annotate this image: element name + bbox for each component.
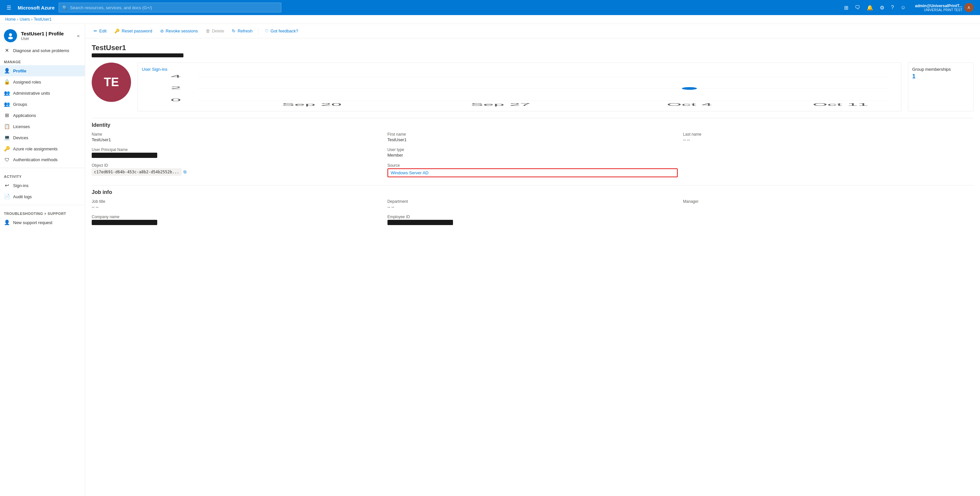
toolbar-divider — [258, 28, 259, 34]
delete-button[interactable]: 🗑 Delete — [202, 27, 228, 35]
feedback-icon[interactable]: 🗨 — [852, 3, 863, 13]
manage-section-label: Manage — [0, 56, 85, 65]
sidebar-item-licenses[interactable]: 📋 Licenses — [0, 121, 85, 132]
user-display-name: admin@UniversalPrintT... — [915, 3, 963, 8]
redacted-bar — [92, 53, 183, 57]
svg-point-1 — [8, 37, 13, 39]
search-icon: 🔍 — [62, 5, 67, 10]
sidebar-item-admin-units[interactable]: 👥 Administrative units — [0, 88, 85, 99]
overview-cards: TE User Sign-ins 4 2 0 — [92, 62, 974, 112]
employee-id-field: Employee ID — [388, 215, 678, 225]
delete-icon: 🗑 — [206, 29, 210, 33]
sidebar: TestUser1 | Profile User « ✕ Diagnose an… — [0, 24, 85, 496]
membership-title: Group memberships — [912, 67, 969, 72]
name-field: Name TestUser1 — [92, 132, 382, 142]
assigned-roles-label: Assigned roles — [13, 80, 41, 85]
smiley-icon[interactable]: ☺ — [898, 3, 908, 13]
last-name-label: Last name — [683, 132, 974, 137]
sidebar-item-auth-methods[interactable]: 🛡 Authentication methods — [0, 154, 85, 165]
admin-icon: 👥 — [4, 90, 10, 96]
sidebar-item-azure-roles[interactable]: 🔑 Azure role assignments — [0, 143, 85, 154]
admin-units-label: Administrative units — [13, 91, 50, 96]
new-support-label: New support request — [13, 220, 52, 225]
diagnose-label: Diagnose and solve problems — [13, 48, 69, 53]
refresh-icon: ↻ — [232, 29, 235, 33]
breadcrumb-users[interactable]: Users — [20, 17, 30, 22]
breadcrumb-home[interactable]: Home — [5, 17, 16, 22]
audit-logs-label: Audit logs — [13, 194, 32, 199]
notifications-icon[interactable]: 🔔 — [864, 3, 876, 13]
sidebar-item-profile[interactable]: 👤 Profile — [0, 65, 85, 77]
revoke-sessions-button[interactable]: ⊘ Revoke sessions — [157, 27, 201, 35]
page-body: TestUser1 TE User Sign-ins 4 2 0 — [85, 38, 980, 238]
app-logo: Microsoft Azure — [18, 5, 55, 11]
last-name-value: -- -- — [683, 137, 974, 142]
user-profile-menu[interactable]: admin@UniversalPrintT... UNIVERSAL PRINT… — [913, 2, 976, 13]
sidebar-item-assigned-roles[interactable]: 🔒 Assigned roles — [0, 77, 85, 88]
licenses-icon: 📋 — [4, 123, 10, 129]
membership-count[interactable]: 1 — [912, 73, 969, 80]
sidebar-item-devices[interactable]: 💻 Devices — [0, 132, 85, 143]
sign-ins-chart: User Sign-ins 4 2 0 Sep 20 — [138, 62, 901, 112]
refresh-button[interactable]: ↻ Refresh — [229, 27, 256, 35]
user-type-value: Member — [388, 153, 678, 158]
upn-value-redacted — [92, 153, 157, 158]
sign-ins-label: Sign-ins — [13, 183, 29, 188]
support-icon: 👤 — [4, 220, 10, 225]
job-title-label: Job title — [92, 199, 382, 204]
portal-menu-icon[interactable]: ⊞ — [842, 3, 851, 13]
sidebar-item-groups[interactable]: 👥 Groups — [0, 99, 85, 110]
profile-label: Profile — [13, 69, 26, 73]
svg-text:0: 0 — [171, 98, 181, 102]
page-title: TestUser1 — [92, 43, 974, 52]
sidebar-item-applications[interactable]: ⊞ Applications — [0, 110, 85, 121]
copy-icon[interactable]: ⧉ — [183, 169, 186, 175]
svg-point-0 — [9, 33, 12, 37]
settings-icon[interactable]: ⚙ — [877, 3, 887, 13]
source-field: Source Windows Server AD — [388, 163, 678, 177]
reset-password-button[interactable]: 🔑 Reset password — [111, 27, 155, 35]
chart-title[interactable]: User Sign-ins — [142, 67, 897, 72]
feedback-button[interactable]: ♡ Got feedback? — [261, 27, 302, 35]
wrench-icon: ✕ — [4, 48, 10, 53]
job-title-value: -- -- — [92, 204, 382, 209]
employee-id-label: Employee ID — [388, 215, 678, 219]
help-icon[interactable]: ? — [888, 3, 896, 13]
azure-roles-icon: 🔑 — [4, 146, 10, 152]
group-memberships-card: Group memberships 1 — [908, 62, 974, 112]
profile-icon: 👤 — [4, 68, 10, 74]
company-name-redacted — [92, 220, 157, 225]
company-name-field: Company name — [92, 215, 382, 225]
search-input[interactable] — [70, 5, 278, 10]
user-type-label: User type — [388, 147, 678, 152]
key-icon: 🔑 — [114, 29, 119, 33]
first-name-value: TestUser1 — [388, 137, 678, 142]
support-section-label: Troubleshooting + Support — [0, 208, 85, 217]
object-id-field: Object ID c17ed691-d64b-453c-a8b2-d54b25… — [92, 163, 382, 177]
identity-section: Identity Name TestUser1 First name TestU… — [92, 118, 974, 177]
sidebar-item-audit-logs[interactable]: 📄 Audit logs — [0, 191, 85, 202]
search-bar[interactable]: 🔍 — [59, 3, 282, 13]
sidebar-collapse-button[interactable]: « — [76, 32, 81, 40]
source-box: Windows Server AD — [388, 168, 678, 177]
svg-text:4: 4 — [171, 75, 181, 78]
roles-icon: 🔒 — [4, 79, 10, 85]
licenses-label: Licenses — [13, 124, 30, 129]
svg-text:Sep 20: Sep 20 — [282, 103, 342, 107]
department-field: Department -- -- — [388, 199, 678, 209]
svg-point-12 — [682, 87, 697, 90]
sidebar-item-sign-ins[interactable]: ↩ Sign-ins — [0, 180, 85, 191]
source-value[interactable]: Windows Server AD — [391, 171, 429, 175]
hamburger-menu[interactable]: ☰ — [4, 3, 14, 13]
object-id-label: Object ID — [92, 163, 382, 168]
sidebar-item-diagnose[interactable]: ✕ Diagnose and solve problems — [0, 45, 85, 56]
sidebar-item-new-support[interactable]: 👤 New support request — [0, 217, 85, 228]
audit-icon: 📄 — [4, 194, 10, 199]
breadcrumb-current: TestUser1 — [34, 17, 51, 22]
sidebar-header: TestUser1 | Profile User « — [0, 24, 85, 45]
edit-button[interactable]: ✏ Edit — [91, 27, 110, 35]
manager-label: Manager — [683, 199, 974, 204]
job-info-section: Job info Job title -- -- Department -- -… — [92, 185, 974, 225]
first-name-field: First name TestUser1 — [388, 132, 678, 142]
name-value: TestUser1 — [92, 137, 382, 142]
